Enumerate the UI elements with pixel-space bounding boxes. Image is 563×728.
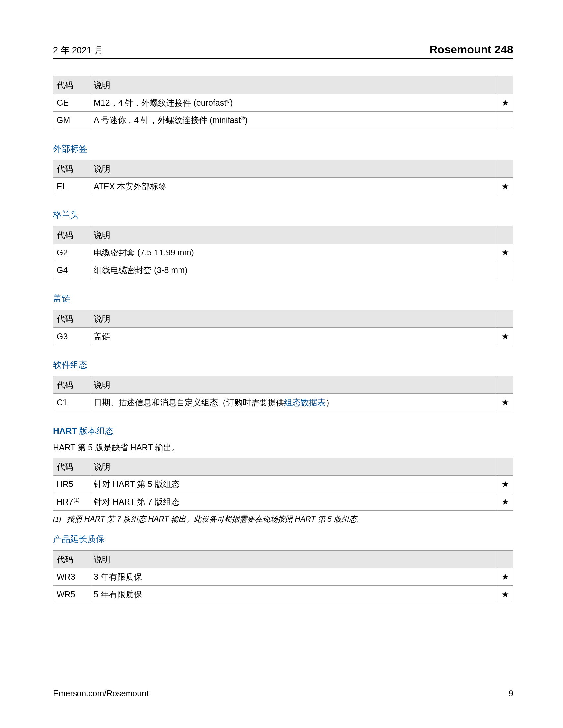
cell-star: ★ <box>497 244 513 261</box>
col-header-star <box>497 458 513 476</box>
cell-star: ★ <box>497 178 513 195</box>
cell-code: G3 <box>53 328 90 345</box>
table-row: GE M12，4 针，外螺纹连接件 (eurofast®) ★ <box>53 94 513 112</box>
cell-desc: 日期、描述信息和消息自定义组态（订购时需要提供组态数据表） <box>90 394 497 411</box>
section-heading-cover-chain: 盖链 <box>53 293 513 304</box>
cell-desc: M12，4 针，外螺纹连接件 (eurofast®) <box>90 94 497 112</box>
cell-code: WR3 <box>53 568 90 586</box>
table-row: G2 电缆密封套 (7.5-11.99 mm) ★ <box>53 244 513 261</box>
cell-desc: 盖链 <box>90 328 497 345</box>
cell-star: ★ <box>497 568 513 586</box>
page-number: 9 <box>509 689 513 698</box>
table-software: 代码 说明 C1 日期、描述信息和消息自定义组态（订购时需要提供组态数据表） ★ <box>53 376 513 411</box>
cell-desc: 5 年有限质保 <box>90 586 497 603</box>
cell-code: GM <box>53 112 90 129</box>
page-header: 2 年 2021 月 Rosemount 248 <box>53 43 513 59</box>
table-row: HR5 针对 HART 第 5 版组态 ★ <box>53 476 513 493</box>
cell-desc: 3 年有限质保 <box>90 568 497 586</box>
col-header-code: 代码 <box>53 310 90 328</box>
table-cover-chain: 代码 说明 G3 盖链 ★ <box>53 310 513 345</box>
footnote-index: (1) <box>53 516 61 523</box>
cell-desc: 针对 HART 第 7 版组态 <box>90 493 497 511</box>
cell-code: GE <box>53 94 90 112</box>
table-row: C1 日期、描述信息和消息自定义组态（订购时需要提供组态数据表） ★ <box>53 394 513 411</box>
col-header-code: 代码 <box>53 226 90 244</box>
cell-code: C1 <box>53 394 90 411</box>
col-header-code: 代码 <box>53 376 90 394</box>
col-header-desc: 说明 <box>90 310 497 328</box>
table-row: EL ATEX 本安外部标签 ★ <box>53 178 513 195</box>
hart-footnote: (1)按照 HART 第 7 版组态 HART 输出。此设备可根据需要在现场按照… <box>53 514 513 524</box>
header-date: 2 年 2021 月 <box>53 44 103 56</box>
table-row: G4 细线电缆密封套 (3-8 mm) <box>53 261 513 279</box>
section-heading-gland: 格兰头 <box>53 209 513 221</box>
section-heading-software: 软件组态 <box>53 359 513 371</box>
cell-star <box>497 112 513 129</box>
hart-heading-rest: 版本组态 <box>77 426 114 436</box>
col-header-code: 代码 <box>53 458 90 476</box>
hart-heading-bold: HART <box>53 426 77 436</box>
col-header-star <box>497 310 513 328</box>
cell-code: HR7(1) <box>53 493 90 511</box>
cell-code: G2 <box>53 244 90 261</box>
col-header-desc: 说明 <box>90 551 497 568</box>
section-heading-hart: HART 版本组态 <box>53 425 513 437</box>
cell-desc: 细线电缆密封套 (3-8 mm) <box>90 261 497 279</box>
col-header-desc: 说明 <box>90 458 497 476</box>
hart-subnote: HART 第 5 版是缺省 HART 输出。 <box>53 442 513 453</box>
table-gland: 代码 说明 G2 电缆密封套 (7.5-11.99 mm) ★ G4 细线电缆密… <box>53 226 513 279</box>
section-heading-warranty: 产品延长质保 <box>53 533 513 545</box>
table-row: WR5 5 年有限质保 ★ <box>53 586 513 603</box>
col-header-code: 代码 <box>53 76 90 94</box>
cell-code: G4 <box>53 261 90 279</box>
cell-desc: ATEX 本安外部标签 <box>90 178 497 195</box>
table-row: HR7(1) 针对 HART 第 7 版组态 ★ <box>53 493 513 511</box>
table-connectors: 代码 说明 GE M12，4 针，外螺纹连接件 (eurofast®) ★ GM… <box>53 76 513 129</box>
table-hart: 代码 说明 HR5 针对 HART 第 5 版组态 ★ HR7(1) 针对 HA… <box>53 458 513 511</box>
cell-star <box>497 261 513 279</box>
cell-star: ★ <box>497 328 513 345</box>
cell-desc: 针对 HART 第 5 版组态 <box>90 476 497 493</box>
col-header-star <box>497 376 513 394</box>
col-header-star <box>497 76 513 94</box>
cell-star: ★ <box>497 94 513 112</box>
table-row: G3 盖链 ★ <box>53 328 513 345</box>
table-external-label: 代码 说明 EL ATEX 本安外部标签 ★ <box>53 160 513 195</box>
col-header-desc: 说明 <box>90 76 497 94</box>
col-header-desc: 说明 <box>90 226 497 244</box>
cell-star: ★ <box>497 394 513 411</box>
col-header-desc: 说明 <box>90 160 497 178</box>
col-header-code: 代码 <box>53 160 90 178</box>
footer-link: Emerson.com/Rosemount <box>53 689 149 698</box>
cell-code: HR5 <box>53 476 90 493</box>
cell-star: ★ <box>497 476 513 493</box>
cell-desc: 电缆密封套 (7.5-11.99 mm) <box>90 244 497 261</box>
col-header-star <box>497 551 513 568</box>
col-header-star <box>497 226 513 244</box>
cell-star: ★ <box>497 493 513 511</box>
table-warranty: 代码 说明 WR3 3 年有限质保 ★ WR5 5 年有限质保 ★ <box>53 550 513 603</box>
config-datasheet-link[interactable]: 组态数据表 <box>284 398 326 407</box>
cell-star: ★ <box>497 586 513 603</box>
col-header-desc: 说明 <box>90 376 497 394</box>
page-footer: Emerson.com/Rosemount 9 <box>53 689 513 698</box>
header-product: Rosemount 248 <box>430 43 513 56</box>
cell-code: WR5 <box>53 586 90 603</box>
section-heading-external-label: 外部标签 <box>53 143 513 155</box>
footnote-text: 按照 HART 第 7 版组态 HART 输出。此设备可根据需要在现场按照 HA… <box>67 515 364 523</box>
table-row: WR3 3 年有限质保 ★ <box>53 568 513 586</box>
col-header-code: 代码 <box>53 551 90 568</box>
table-row: GM A 号迷你，4 针，外螺纹连接件 (minifast®) <box>53 112 513 129</box>
cell-desc: A 号迷你，4 针，外螺纹连接件 (minifast®) <box>90 112 497 129</box>
col-header-star <box>497 160 513 178</box>
cell-code: EL <box>53 178 90 195</box>
